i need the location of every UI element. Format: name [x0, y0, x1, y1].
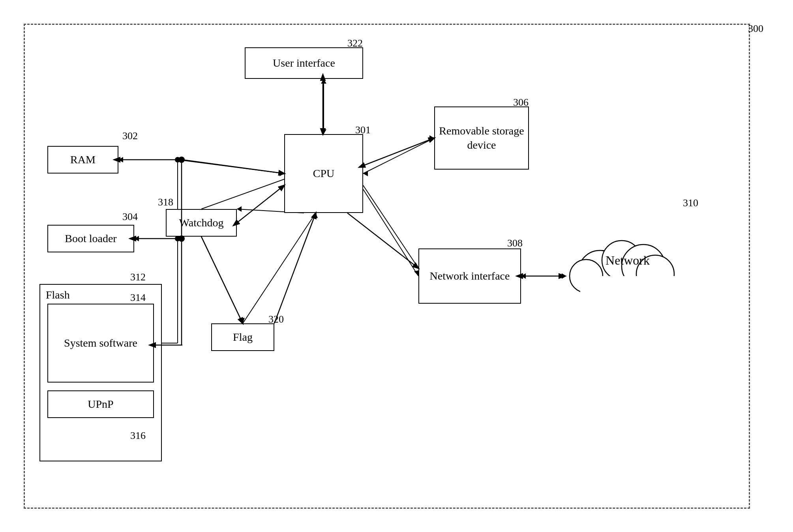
- network-label: Network: [606, 253, 650, 268]
- svg-line-51: [201, 237, 243, 323]
- connections-svg: [16, 16, 766, 509]
- svg-line-50: [237, 185, 284, 223]
- svg-line-49: [347, 213, 418, 268]
- diagram-container: 300: [16, 16, 774, 521]
- svg-line-41: [182, 160, 284, 174]
- svg-line-48: [363, 138, 434, 166]
- svg-line-52: [274, 213, 316, 323]
